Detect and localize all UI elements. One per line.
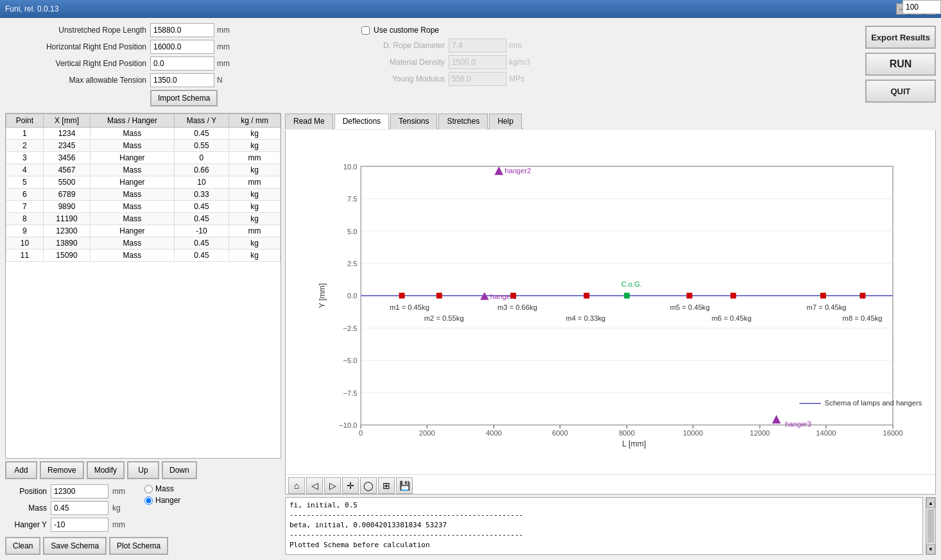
max-tension-input[interactable]: [150, 73, 214, 87]
horizontal-pos-label: Horizontal Right End Position: [5, 42, 146, 51]
diameter-unit: mm: [509, 41, 535, 50]
table-cell: 0.45: [174, 201, 229, 213]
custom-rope-checkbox[interactable]: [361, 26, 370, 35]
table-cell: 4567: [43, 164, 90, 176]
max-tension-row: Max allowable Tension N: [5, 73, 336, 87]
density-input[interactable]: [449, 55, 506, 69]
vertical-pos-input[interactable]: [150, 56, 214, 71]
up-button[interactable]: Up: [127, 461, 159, 479]
hanger-y-input[interactable]: [51, 518, 108, 532]
down-button[interactable]: Down: [162, 461, 197, 479]
table-row: 33456Hanger0mm: [6, 152, 281, 164]
unstretched-rope-label: Unstretched Rope Length: [5, 26, 146, 35]
right-buttons: Export Results RUN QUIT: [865, 23, 936, 109]
remove-button[interactable]: Remove: [40, 461, 84, 479]
tab-stretches[interactable]: Stretches: [438, 114, 488, 129]
svg-text:L [mm]: L [mm]: [622, 439, 646, 448]
svg-text:10.0: 10.0: [343, 163, 358, 171]
table-cell: mm: [229, 176, 281, 189]
clean-button[interactable]: Clean: [5, 537, 40, 555]
run-button[interactable]: RUN: [865, 53, 936, 76]
log-scrollbar[interactable]: ▲ ▼: [926, 497, 936, 555]
zoom-input[interactable]: [902, 0, 941, 14]
scroll-thumb[interactable]: [928, 509, 934, 543]
import-schema-button[interactable]: Import Schema: [150, 90, 218, 106]
table-cell: kg: [229, 164, 281, 176]
hanger2-label: hanger2: [505, 167, 531, 174]
mass-marker-6: [583, 293, 589, 298]
radio-mass[interactable]: [144, 485, 153, 493]
horizontal-pos-input[interactable]: [150, 40, 214, 54]
table-cell: Hanger: [91, 225, 175, 237]
log-section: fi, initial, 0.5 -----------------------…: [285, 497, 936, 555]
svg-text:−7.5: −7.5: [343, 389, 358, 397]
max-tension-unit: N: [217, 76, 236, 85]
add-button[interactable]: Add: [5, 461, 37, 479]
table-cell: 11190: [43, 213, 90, 225]
tool-configure[interactable]: ⊞: [378, 477, 395, 494]
quit-button[interactable]: QUIT: [865, 80, 936, 103]
mass-marker-7: [687, 293, 693, 298]
tool-forward[interactable]: ▷: [324, 477, 341, 494]
svg-text:8000: 8000: [619, 429, 635, 437]
tool-zoom[interactable]: ◯: [360, 477, 377, 494]
table-row: 811190Mass0.45kg: [6, 213, 281, 225]
radio-mass-label[interactable]: Mass: [144, 484, 180, 493]
custom-rope-label: Use custome Rope: [374, 26, 439, 35]
log-text: fi, initial, 0.5 -----------------------…: [285, 497, 923, 555]
tool-home[interactable]: ⌂: [288, 477, 305, 494]
tab-help[interactable]: Help: [489, 114, 522, 129]
middle-section: Point X [mm] Mass / Hanger Mass / Y kg /…: [5, 113, 936, 555]
unstretched-rope-input[interactable]: [150, 23, 214, 37]
hanger3-label: hanger3: [785, 420, 811, 428]
density-row: Material Density kg/m3: [361, 55, 535, 69]
young-modulus-input[interactable]: [449, 72, 506, 86]
radio-hanger-label[interactable]: Hanger: [144, 496, 180, 505]
table-row: 1013890Mass0.45kg: [6, 237, 281, 250]
bottom-buttons: Clean Save Schema Plot Schema: [5, 534, 281, 555]
svg-text:6000: 6000: [552, 429, 568, 437]
tab-deflections[interactable]: Deflections: [334, 114, 389, 129]
table-cell: kg: [229, 237, 281, 250]
table-cell: kg: [229, 250, 281, 262]
diameter-input[interactable]: [449, 38, 506, 53]
m3-label: m3 = 0.66kg: [497, 303, 537, 311]
chart-svg: Y [mm] L [mm] 10.0 7.5 5.0: [318, 137, 929, 455]
log-line-3: Plotted Schema before calculation: [289, 540, 919, 550]
plot-schema-button[interactable]: Plot Schema: [109, 537, 168, 555]
scroll-up-arrow[interactable]: ▲: [926, 498, 935, 508]
position-input[interactable]: [51, 484, 108, 498]
table-row: 912300Hanger-10mm: [6, 225, 281, 237]
tool-save[interactable]: 💾: [396, 477, 413, 494]
modify-button[interactable]: Modify: [87, 461, 125, 479]
scroll-down-arrow[interactable]: ▼: [926, 544, 935, 554]
table-row: 44567Mass0.66kg: [6, 164, 281, 176]
mass-input[interactable]: [51, 501, 108, 515]
tool-move[interactable]: ✛: [342, 477, 359, 494]
top-section: Unstretched Rope Length mm Horizontal Ri…: [5, 23, 936, 109]
radio-hanger[interactable]: [144, 496, 153, 505]
table-cell: kg: [229, 213, 281, 225]
input-section: Position mm Mass kg Hanger Y mm: [5, 482, 281, 532]
hanger3-marker: [772, 415, 781, 423]
main-content: Unstretched Rope Length mm Horizontal Ri…: [0, 18, 941, 560]
table-cell: 3: [6, 152, 44, 164]
vertical-pos-label: Vertical Right End Position: [5, 59, 146, 68]
table-cell: 5: [6, 176, 44, 189]
table-cell: 7: [6, 201, 44, 213]
vertical-pos-row: Vertical Right End Position mm: [5, 56, 336, 71]
tool-back[interactable]: ◁: [306, 477, 323, 494]
table-cell: Hanger: [91, 152, 175, 164]
unstretched-rope-unit: mm: [217, 26, 236, 35]
table-cell: kg: [229, 140, 281, 152]
tab-tensions[interactable]: Tensions: [390, 114, 437, 129]
table-cell: kg: [229, 201, 281, 213]
table-cell: 9: [6, 225, 44, 237]
table-row: 55500Hanger10mm: [6, 176, 281, 189]
table-row: 66789Mass0.33kg: [6, 189, 281, 201]
export-results-button[interactable]: Export Results: [865, 26, 936, 49]
svg-text:12000: 12000: [750, 429, 770, 437]
tab-readme[interactable]: Read Me: [285, 114, 333, 129]
table-cell: 0.66: [174, 164, 229, 176]
save-schema-button[interactable]: Save Schema: [43, 537, 107, 555]
